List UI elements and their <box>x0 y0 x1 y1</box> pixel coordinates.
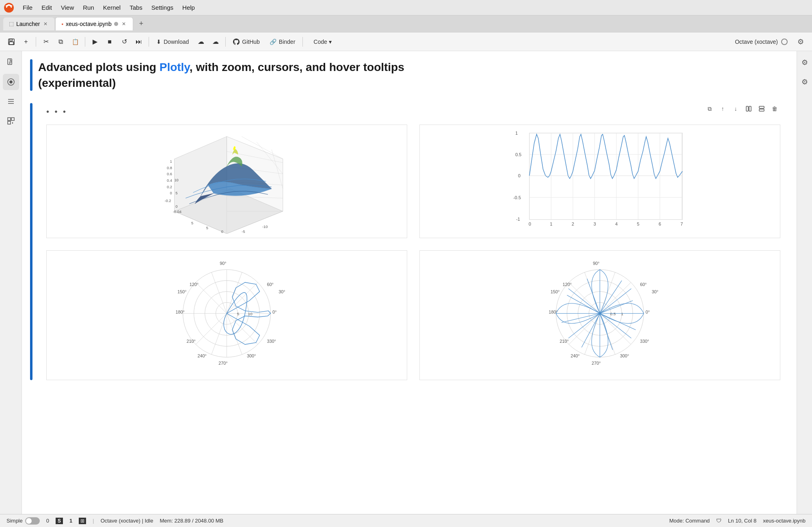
paste-button[interactable]: 📋 <box>69 35 82 48</box>
svg-text:120°: 120° <box>190 282 199 287</box>
restart-button[interactable]: ↺ <box>118 35 131 48</box>
left-sidebar <box>0 51 22 514</box>
app-logo <box>3 2 15 13</box>
main-layout: Advanced plots using Plotly, with zoom, … <box>0 51 812 514</box>
svg-text:5: 5 <box>206 226 208 230</box>
svg-text:330°: 330° <box>640 339 649 344</box>
tab-launcher-close[interactable]: ✕ <box>42 21 49 27</box>
svg-text:330°: 330° <box>267 339 276 344</box>
notebook-area: Advanced plots using Plotly, with zoom, … <box>22 51 797 514</box>
right-sidebar-gear2-icon[interactable]: ⚙ <box>797 74 812 90</box>
svg-text:0: 0 <box>175 204 177 209</box>
menu-view[interactable]: View <box>57 2 78 13</box>
svg-text:210°: 210° <box>187 339 196 344</box>
svg-text:150°: 150° <box>551 289 559 294</box>
menu-edit[interactable]: Edit <box>37 2 56 13</box>
svg-text:0°: 0° <box>272 310 276 314</box>
svg-rect-4 <box>8 59 12 65</box>
menu-kernel[interactable]: Kernel <box>99 2 125 13</box>
svg-text:2: 2 <box>572 222 574 226</box>
simple-mode-toggle[interactable]: Simple <box>6 517 40 525</box>
move-cell-down-button[interactable]: ↓ <box>730 103 741 114</box>
cut-button[interactable]: ✂ <box>39 35 52 48</box>
surface-plot: 1 0.8 0.6 0.4 0.2 0 -0.2 5 5 0 -5 -10 <box>46 125 407 238</box>
split-cell-button[interactable] <box>756 103 767 114</box>
svg-rect-16 <box>749 106 751 111</box>
plots-grid: 1 0.8 0.6 0.4 0.2 0 -0.2 5 5 0 -5 -10 <box>38 125 780 380</box>
copy-cell-button[interactable]: ⧉ <box>704 103 715 114</box>
github-label: GitHub <box>242 39 260 45</box>
kernel-info: Octave (xoctave) <box>735 39 788 45</box>
github-button[interactable]: GitHub <box>229 37 264 47</box>
svg-rect-17 <box>759 106 764 108</box>
svg-text:30°: 30° <box>279 289 285 294</box>
settings-button[interactable]: ⚙ <box>794 35 807 48</box>
toggle-track[interactable] <box>25 517 40 525</box>
binder-button[interactable]: 🔗 Binder <box>266 37 299 47</box>
sidebar-running-icon[interactable] <box>3 74 19 90</box>
toolbar-separator-2 <box>85 37 85 47</box>
save-button[interactable] <box>5 35 18 48</box>
menu-run[interactable]: Run <box>79 2 98 13</box>
cell-type-selector[interactable]: Code ▾ <box>309 37 335 47</box>
download-arrow-icon: ⬇ <box>156 39 161 45</box>
svg-text:-0.5: -0.5 <box>513 195 521 200</box>
svg-text:4: 4 <box>615 222 618 226</box>
sidebar-extensions-icon[interactable] <box>3 113 19 129</box>
menu-help[interactable]: Help <box>178 2 199 13</box>
move-cell-up-button[interactable]: ↑ <box>717 103 728 114</box>
svg-text:210°: 210° <box>560 339 569 344</box>
svg-text:0.6: 0.6 <box>167 172 172 176</box>
svg-point-8 <box>10 81 12 83</box>
svg-text:0.5: 0.5 <box>610 312 616 316</box>
svg-rect-46 <box>529 133 682 219</box>
kernel-status-circle <box>781 39 788 45</box>
simple-mode-label: Simple <box>6 518 23 524</box>
fast-forward-icon: ⏭ <box>136 38 142 45</box>
binder-label: Binder <box>279 39 295 45</box>
svg-text:1: 1 <box>550 222 552 226</box>
command-mode-status: Mode: Command <box>669 518 710 524</box>
menu-file[interactable]: File <box>19 2 37 13</box>
svg-text:0°: 0° <box>646 310 650 314</box>
fast-forward-button[interactable]: ⏭ <box>132 35 145 48</box>
new-tab-button[interactable]: + <box>136 18 147 30</box>
sidebar-toc-icon[interactable] <box>3 93 19 110</box>
tab-notebook[interactable]: ▪ xeus-octave.ipynb ✕ <box>55 17 133 30</box>
svg-text:0: 0 <box>221 230 223 234</box>
delete-cell-button[interactable]: 🗑 <box>769 103 780 114</box>
cell-toolbar: ⧉ ↑ ↓ 🗑 <box>704 103 780 114</box>
cell-type-label: Code <box>313 39 327 45</box>
tab-launcher[interactable]: ⬚ Launcher ✕ <box>3 17 54 30</box>
cloud-download-button[interactable]: ☁ <box>209 35 222 48</box>
right-sidebar-settings-icon[interactable]: ⚙ <box>797 54 812 71</box>
svg-text:0.8: 0.8 <box>167 166 172 170</box>
tab-notebook-icon: ▪ <box>61 21 63 27</box>
svg-line-130 <box>600 301 633 314</box>
code-cell-indicator <box>30 103 32 380</box>
menu-settings[interactable]: Settings <box>147 2 177 13</box>
merge-cell-button[interactable] <box>743 103 754 114</box>
svg-text:90°: 90° <box>220 261 226 266</box>
download-button[interactable]: ⬇ Download <box>152 37 193 47</box>
statusbar-separator: | <box>93 518 94 524</box>
code-cell: ⧉ ↑ ↓ 🗑 • • • <box>38 103 780 380</box>
svg-text:5: 5 <box>175 191 177 196</box>
statusbar-right: Mode: Command 🛡 Ln 10, Col 8 xeus-octave… <box>669 518 806 524</box>
sidebar-files-icon[interactable] <box>3 54 19 71</box>
add-cell-button[interactable]: + <box>19 35 32 48</box>
svg-text:90°: 90° <box>593 261 599 266</box>
tab-launcher-label: Launcher <box>16 21 40 27</box>
tab-notebook-close[interactable]: ✕ <box>121 21 127 27</box>
stop-button[interactable]: ■ <box>103 35 116 48</box>
copy-button[interactable]: ⧉ <box>54 35 67 48</box>
status-badge-s: S <box>56 518 63 524</box>
tab-modified-indicator <box>114 22 118 26</box>
menu-tabs[interactable]: Tabs <box>125 2 147 13</box>
run-button[interactable]: ▶ <box>89 35 102 48</box>
svg-text:5: 5 <box>191 221 193 225</box>
toolbar: + ✂ ⧉ 📋 ▶ ■ ↺ ⏭ ⬇ Download ☁ ☁ GitHub 🔗 … <box>0 32 812 51</box>
plotly-link[interactable]: Plotly <box>160 61 190 73</box>
cloud-download-icon: ☁ <box>212 38 219 45</box>
cloud-upload-button[interactable]: ☁ <box>194 35 207 48</box>
